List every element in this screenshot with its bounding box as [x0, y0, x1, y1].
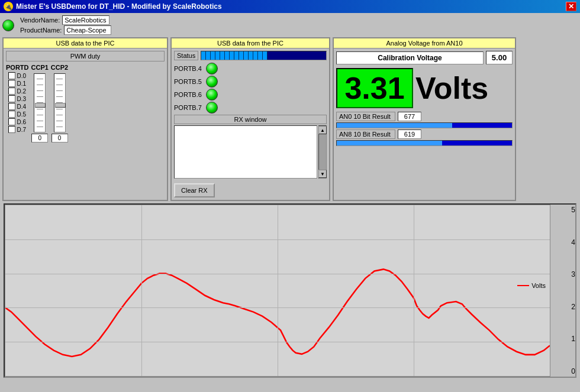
title-text: Mister E's USBDemo for DT_HID - Modified…: [16, 2, 222, 11]
legend-label: Volts: [531, 282, 546, 289]
bit-d2: D.2: [8, 88, 26, 95]
bit-d7-checkbox[interactable]: [8, 126, 15, 133]
rx-window-label: RX window: [174, 115, 327, 124]
ccp2-slider-container: CCP2 0: [51, 64, 68, 142]
bit-d1: D.1: [8, 80, 26, 87]
y-label-3: 3: [552, 270, 575, 278]
bit-d4: D.4: [8, 103, 26, 110]
bit-d1-checkbox[interactable]: [8, 80, 15, 87]
bit-d5: D.5: [8, 111, 26, 118]
bit-d6-checkbox[interactable]: [8, 118, 15, 125]
chart-inner: [5, 205, 550, 377]
rx-text-display: [174, 125, 317, 179]
ccp1-label: CCP1: [31, 64, 49, 71]
ccp2-slider-handle[interactable]: [55, 103, 66, 108]
portb7-led: [206, 102, 218, 114]
an0-label: AN0 10 Bit Result: [336, 112, 395, 121]
panels-row: USB data to the PIC PWM duty PORTD D.0: [2, 37, 578, 201]
voltage-number: 3.31: [336, 68, 413, 108]
y-label-0: 0: [552, 367, 575, 375]
calibration-row: Calibration Voltage 5.00: [336, 51, 513, 64]
connection-status-led: [2, 20, 14, 31]
pwm-label: PWM duty: [6, 51, 165, 61]
bit-d0-checkbox[interactable]: [8, 72, 15, 79]
an8-label: AN8 10 Bit Result: [336, 129, 395, 139]
chart-area: 5 4 3 2 1 0 Volts: [4, 203, 576, 378]
portb5-row: PORTB.5: [174, 76, 327, 88]
vendor-value: ScaleRobotics: [62, 15, 109, 25]
an8-value: 619: [398, 129, 421, 139]
an0-bar: [336, 122, 513, 128]
ccp1-slider-container: CCP1 0: [31, 64, 49, 142]
usb-to-pic-header: USB data to the PIC: [4, 38, 167, 48]
rx-window-area: RX window ▲ ▼: [174, 115, 327, 179]
ccp2-slider-track[interactable]: [54, 73, 66, 132]
clear-rx-button[interactable]: Clear RX: [174, 183, 215, 197]
y-label-2: 2: [552, 303, 575, 311]
bit-d3-checkbox[interactable]: [8, 95, 15, 102]
an0-row: AN0 10 Bit Result 677: [336, 112, 513, 121]
portb6-row: PORTB.6: [174, 89, 327, 101]
portd-bits: D.0 D.1 D.2: [8, 72, 26, 133]
ccp1-slider-handle[interactable]: [35, 103, 46, 108]
voltage-unit: Volts: [415, 70, 488, 106]
vendor-label: VendorName:: [20, 17, 60, 24]
product-label: ProductName:: [20, 27, 62, 34]
ccp1-value: 0: [31, 134, 48, 142]
an8-bar-fill: [337, 141, 442, 145]
portb6-led: [206, 89, 218, 101]
an0-value: 677: [398, 112, 421, 121]
portb6-label: PORTB.6: [174, 91, 202, 98]
bit-d6: D.6: [8, 118, 26, 125]
bit-d4-checkbox[interactable]: [8, 103, 15, 110]
portb5-led: [206, 76, 218, 88]
y-label-4: 4: [552, 238, 575, 247]
portb4-led: [206, 63, 218, 74]
usb-from-pic-header: USB data from the PIC: [172, 38, 329, 48]
portd-label: PORTD: [6, 64, 29, 71]
portb4-row: PORTB.4: [174, 63, 327, 74]
bit-d2-checkbox[interactable]: [8, 88, 15, 95]
product-value: Cheap-Scope: [64, 25, 111, 35]
bit-d0: D.0: [8, 72, 26, 79]
calib-label: Calibration Voltage: [336, 51, 484, 64]
voltage-display: 3.31 Volts: [336, 68, 513, 108]
ccp2-value: 0: [51, 134, 68, 142]
status-progress-bar: [201, 51, 327, 60]
analog-voltage-panel: Analog Voltage from AN10 Calibration Vol…: [333, 37, 516, 201]
bit-d3: D.3: [8, 95, 26, 102]
portb5-label: PORTB.5: [174, 78, 202, 85]
info-row: VendorName: ScaleRobotics ProductName: C…: [2, 15, 578, 35]
y-label-5: 5: [552, 206, 575, 214]
legend-line: [517, 285, 529, 286]
scroll-up-btn[interactable]: ▲: [318, 126, 327, 134]
device-info: VendorName: ScaleRobotics ProductName: C…: [20, 15, 111, 35]
app-icon: 🔌: [4, 2, 13, 11]
progress-fill: [201, 51, 268, 60]
analog-voltage-header: Analog Voltage from AN10: [334, 38, 515, 48]
scroll-down-btn[interactable]: ▼: [318, 170, 327, 178]
usb-from-pic-panel: USB data from the PIC Status: [170, 37, 330, 201]
portb7-label: PORTB.7: [174, 104, 202, 111]
bit-d5-checkbox[interactable]: [8, 111, 15, 118]
chart-legend: Volts: [517, 282, 546, 289]
ccp1-slider-track[interactable]: [34, 73, 46, 132]
ccp2-label: CCP2: [51, 64, 68, 71]
usb-to-pic-panel: USB data to the PIC PWM duty PORTD D.0: [2, 37, 168, 201]
rx-scrollbar[interactable]: ▲ ▼: [318, 125, 327, 179]
status-row: Status: [174, 51, 327, 60]
portb7-row: PORTB.7: [174, 102, 327, 114]
bit-d7: D.7: [8, 126, 26, 133]
an8-bar: [336, 140, 513, 146]
an0-bar-fill: [337, 123, 452, 128]
chart-y-labels: 5 4 3 2 1 0: [552, 205, 575, 377]
title-bar: 🔌 Mister E's USBDemo for DT_HID - Modifi…: [0, 0, 580, 13]
calib-value[interactable]: 5.00: [486, 51, 513, 64]
main-content: VendorName: ScaleRobotics ProductName: C…: [0, 13, 580, 381]
rx-section: RX window ▲ ▼: [174, 115, 327, 179]
close-button[interactable]: ✕: [566, 2, 576, 11]
an8-row: AN8 10 Bit Result 619: [336, 129, 513, 139]
portb4-label: PORTB.4: [174, 65, 202, 72]
scroll-track: [319, 134, 326, 170]
y-label-1: 1: [552, 335, 575, 343]
